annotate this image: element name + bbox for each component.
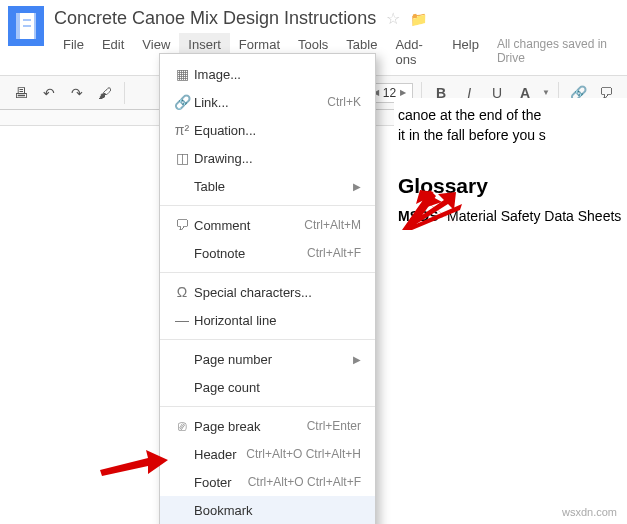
menu-item-footnote[interactable]: Footnote Ctrl+Alt+F xyxy=(160,239,375,267)
menu-item-header[interactable]: Header Ctrl+Alt+O Ctrl+Alt+H xyxy=(160,440,375,468)
menu-item-page-break[interactable]: ⎚ Page break Ctrl+Enter xyxy=(160,412,375,440)
submenu-arrow-icon: ▶ xyxy=(353,354,361,365)
menu-item-special-chars[interactable]: Ω Special characters... xyxy=(160,278,375,306)
menu-item-comment[interactable]: 🗩 Comment Ctrl+Alt+M xyxy=(160,211,375,239)
menu-edit[interactable]: Edit xyxy=(93,33,133,71)
glossary-definition: - Material Safety Data Sheets xyxy=(438,208,621,224)
dropdown-icon[interactable]: ▼ xyxy=(542,88,550,97)
menu-item-horizontal-line[interactable]: — Horizontal line xyxy=(160,306,375,334)
annotation-arrow xyxy=(100,448,170,478)
paint-format-icon[interactable]: 🖌 xyxy=(94,82,116,104)
special-chars-icon: Ω xyxy=(170,284,194,300)
menu-item-page-number[interactable]: Page number ▶ xyxy=(160,345,375,373)
hr-icon: — xyxy=(170,312,194,328)
insert-dropdown: ▦ Image... 🔗 Link... Ctrl+K π² Equation.… xyxy=(159,53,376,524)
menu-file[interactable]: File xyxy=(54,33,93,71)
menu-item-table[interactable]: Table ▶ xyxy=(160,172,375,200)
page-break-icon: ⎚ xyxy=(170,418,194,434)
menu-help[interactable]: Help xyxy=(443,33,488,71)
menu-item-drawing[interactable]: ◫ Drawing... xyxy=(160,144,375,172)
menu-separator xyxy=(160,406,375,407)
watermark: wsxdn.com xyxy=(562,506,617,518)
menu-separator xyxy=(160,339,375,340)
menu-item-page-count[interactable]: Page count xyxy=(160,373,375,401)
annotation-arrow xyxy=(404,192,459,228)
undo-icon[interactable]: ↶ xyxy=(38,82,60,104)
body-text[interactable]: canoe at the end of the xyxy=(398,106,623,126)
comment-icon: 🗩 xyxy=(170,217,194,233)
equation-icon: π² xyxy=(170,122,194,138)
save-status: All changes saved in Drive xyxy=(488,33,619,71)
submenu-arrow-icon: ▶ xyxy=(353,181,361,192)
menu-item-equation[interactable]: π² Equation... xyxy=(160,116,375,144)
print-icon[interactable]: 🖶 xyxy=(10,82,32,104)
drawing-icon: ◫ xyxy=(170,150,194,166)
menu-item-link[interactable]: 🔗 Link... Ctrl+K xyxy=(160,88,375,116)
body-text[interactable]: it in the fall before you s xyxy=(398,126,623,146)
star-icon[interactable]: ☆ xyxy=(386,9,400,28)
menu-separator xyxy=(160,205,375,206)
separator xyxy=(124,82,125,104)
menu-item-image[interactable]: ▦ Image... xyxy=(160,60,375,88)
menu-item-bookmark[interactable]: Bookmark xyxy=(160,496,375,524)
image-icon: ▦ xyxy=(170,66,194,82)
menu-separator xyxy=(160,272,375,273)
link-icon: 🔗 xyxy=(170,94,194,110)
menu-item-footer[interactable]: Footer Ctrl+Alt+O Ctrl+Alt+F xyxy=(160,468,375,496)
doc-title[interactable]: Concrete Canoe Mix Design Instructions xyxy=(54,8,376,29)
menu-addons[interactable]: Add-ons xyxy=(386,33,443,71)
redo-icon[interactable]: ↷ xyxy=(66,82,88,104)
folder-icon[interactable]: 📁 xyxy=(410,11,427,27)
docs-logo[interactable] xyxy=(8,6,44,46)
increase-icon[interactable]: ▶ xyxy=(400,88,406,97)
